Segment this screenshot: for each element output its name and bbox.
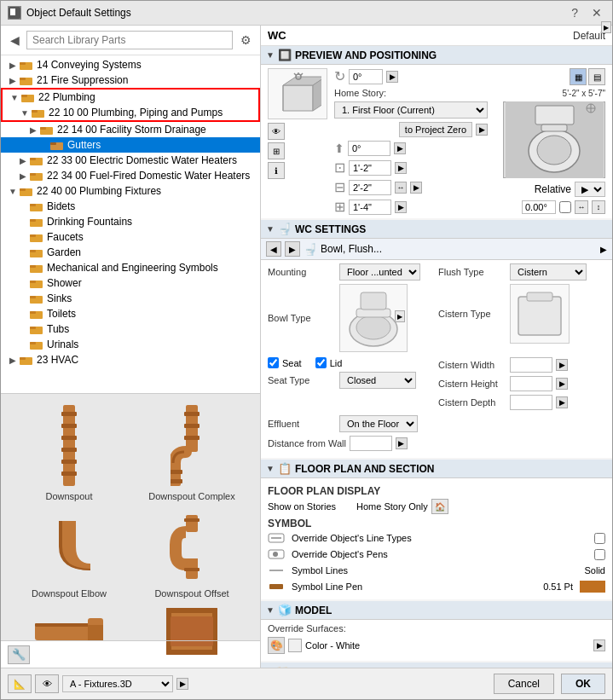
tree-item-bidets[interactable]: Bidets — [1, 199, 260, 214]
plan-view-btn[interactable]: ▦ — [570, 68, 587, 85]
tree-item-sinks[interactable]: Sinks — [1, 291, 260, 306]
thumb-downspout-complex[interactable]: Downspout Complex — [132, 402, 252, 501]
override-line-types-checkbox[interactable] — [594, 533, 605, 544]
model-header[interactable]: ▼ 🧊 MODEL — [261, 601, 612, 620]
eye-icon[interactable]: 👁 — [268, 123, 285, 140]
flip-h-icon[interactable]: ↔ — [575, 200, 588, 214]
elev2-input[interactable] — [349, 160, 391, 176]
tree-item-conveying[interactable]: ▶ 14 Conveying Systems — [1, 57, 260, 72]
elev2-arr-icon[interactable]: ▶ — [395, 162, 407, 174]
elev1-arr-icon[interactable]: ▶ — [394, 142, 406, 154]
seat-type-select[interactable]: Closed — [339, 372, 416, 389]
wc-nav-prev-btn[interactable]: ◀ — [266, 241, 281, 257]
tree-item-plumbing-piping[interactable]: ▼ 22 10 00 Plumbing, Piping and Pumps — [3, 105, 258, 120]
tree-item-faucets[interactable]: Faucets — [1, 229, 260, 245]
cistern-height-input[interactable]: 1'-4" — [510, 376, 552, 391]
tree-item-storm[interactable]: ▶ 22 14 00 Facility Storm Drainage — [1, 122, 260, 137]
angle-input[interactable]: 0° — [349, 69, 383, 84]
wc-nav-next-btn[interactable]: ▶ — [285, 241, 300, 257]
dist-input[interactable]: 1" — [350, 436, 392, 451]
surface-picker-btn[interactable]: 🎨 — [268, 637, 285, 654]
thumb-downspout[interactable]: Downspout — [9, 402, 129, 501]
view-select[interactable]: A - Fixtures.3D — [62, 675, 173, 692]
effluent-select[interactable]: On the Floor — [339, 415, 418, 432]
wc-settings-header[interactable]: ▼ 🚽 WC SETTINGS — [261, 220, 612, 239]
app-icon — [8, 6, 21, 20]
flip-v-icon[interactable]: ↕ — [592, 200, 605, 214]
elev3-expand-icon[interactable]: ↔ — [395, 182, 407, 194]
elev3-arr-icon[interactable]: ▶ — [410, 182, 422, 194]
wc-nav-arr-icon[interactable]: ▶ — [600, 245, 607, 254]
home-story-select[interactable]: 1. First Floor (Current) — [334, 101, 488, 119]
cistern-expand-btn[interactable]: ▶ — [601, 26, 611, 33]
elev4-arr-icon[interactable]: ▶ — [395, 201, 407, 213]
cancel-button[interactable]: Cancel — [494, 674, 554, 694]
tree-item-fuel[interactable]: ▶ 22 34 00 Fuel-Fired Domestic Water Hea… — [1, 168, 260, 183]
thumb-downspout-offset[interactable]: Downspout Offset — [132, 508, 252, 599]
tree-item-toilets[interactable]: Toilets — [1, 306, 260, 321]
folder-icon — [30, 171, 43, 181]
ok-button[interactable]: OK — [561, 674, 605, 694]
folder-icon — [30, 232, 43, 242]
cw-arr-icon[interactable]: ▶ — [556, 359, 568, 371]
tree-item-hvac[interactable]: ▶ 23 HVAC — [1, 352, 260, 367]
bowl-expand-btn[interactable]: ▶ — [395, 310, 405, 322]
preview-section: ▼ 🔲 PREVIEW AND POSITIONING — [261, 46, 612, 218]
preview-header[interactable]: ▼ 🔲 PREVIEW AND POSITIONING — [261, 46, 612, 65]
svg-rect-37 — [30, 327, 36, 329]
symbol-line-pen-btn[interactable] — [580, 581, 605, 593]
tree-item-mech-eng[interactable]: Mechanical and Engineering Symbols — [1, 260, 260, 275]
elev3-input[interactable] — [349, 180, 391, 195]
side-view-btn[interactable]: ▤ — [588, 68, 605, 85]
cistern-depth-input[interactable]: 8" — [510, 395, 552, 410]
seat-checkbox[interactable] — [268, 357, 279, 368]
add-object-button[interactable]: 🔧 — [8, 645, 30, 664]
svg-rect-90 — [518, 297, 561, 335]
elev4-input[interactable] — [349, 200, 391, 215]
to-project-zero-button[interactable]: to Project Zero — [399, 122, 472, 137]
cd-arr-icon[interactable]: ▶ — [556, 396, 568, 408]
rotation-angle-input[interactable] — [522, 200, 556, 214]
info-icon[interactable]: ℹ — [268, 162, 285, 179]
cistern-width-input[interactable]: 1'-5" — [510, 357, 552, 373]
override-pens-checkbox[interactable] — [594, 549, 605, 560]
tree-item-gutters[interactable]: Gutters — [1, 137, 260, 153]
floor-plan-header[interactable]: ▼ 📋 FLOOR PLAN AND SECTION — [261, 460, 612, 478]
arrow-icon: ▶ — [18, 171, 28, 181]
angle-lock-checkbox[interactable] — [559, 201, 571, 213]
gear-icon[interactable]: ⚙ — [236, 31, 255, 49]
close-button[interactable]: ✕ — [588, 6, 605, 20]
proj-zero-arr-icon[interactable]: ▶ — [476, 124, 488, 136]
tree-label: Tubs — [47, 323, 69, 335]
tree-item-urinals[interactable]: Urinals — [1, 337, 260, 352]
grid-icon[interactable]: ⊞ — [268, 142, 285, 159]
tree-item-drinking[interactable]: Drinking Fountains — [1, 214, 260, 229]
view-arr-icon[interactable]: ▶ — [176, 678, 188, 690]
search-input[interactable] — [26, 31, 233, 49]
ch-arr-icon[interactable]: ▶ — [556, 378, 568, 390]
lid-checkbox[interactable] — [315, 357, 327, 368]
elev1-input[interactable] — [348, 141, 390, 156]
tree-item-garden[interactable]: Garden — [1, 245, 260, 260]
tree-item-shower[interactable]: Shower — [1, 275, 260, 291]
show-on-stories-btn[interactable]: 🏠 — [431, 499, 448, 514]
help-button[interactable]: ? — [568, 6, 581, 20]
collapse-icon[interactable]: ◀ — [6, 32, 23, 49]
mounting-select[interactable]: Floor ...unted — [339, 263, 420, 281]
eye-view-btn[interactable]: 👁 — [35, 674, 59, 693]
tree-item-fire[interactable]: ▶ 21 Fire Suppression — [1, 72, 260, 88]
tree-item-fixtures[interactable]: ▼ 22 40 00 Plumbing Fixtures — [1, 183, 260, 199]
thumb-downspout-elbow[interactable]: Downspout Elbow — [9, 508, 129, 599]
tree-item-tubs[interactable]: Tubs — [1, 321, 260, 337]
seat-type-row: Seat Type Closed — [268, 372, 435, 389]
tree-item-electric[interactable]: ▶ 22 33 00 Electric Domestic Water Heate… — [1, 153, 260, 168]
tree-item-plumbing[interactable]: ▼ 22 Plumbing — [3, 90, 258, 105]
angle-arr-icon[interactable]: ▶ — [386, 71, 398, 83]
color-arr-icon[interactable]: ▶ — [593, 639, 605, 651]
flush-type-select[interactable]: Cistern — [510, 263, 587, 281]
relative-select[interactable]: ▶ — [575, 182, 605, 197]
dist-arr-icon[interactable]: ▶ — [396, 437, 408, 449]
right-header: WC Default — [261, 26, 612, 46]
view-icon-btn[interactable]: 📐 — [8, 674, 32, 693]
wc-right-col: Flush Type Cistern Cistern Type — [438, 263, 605, 344]
